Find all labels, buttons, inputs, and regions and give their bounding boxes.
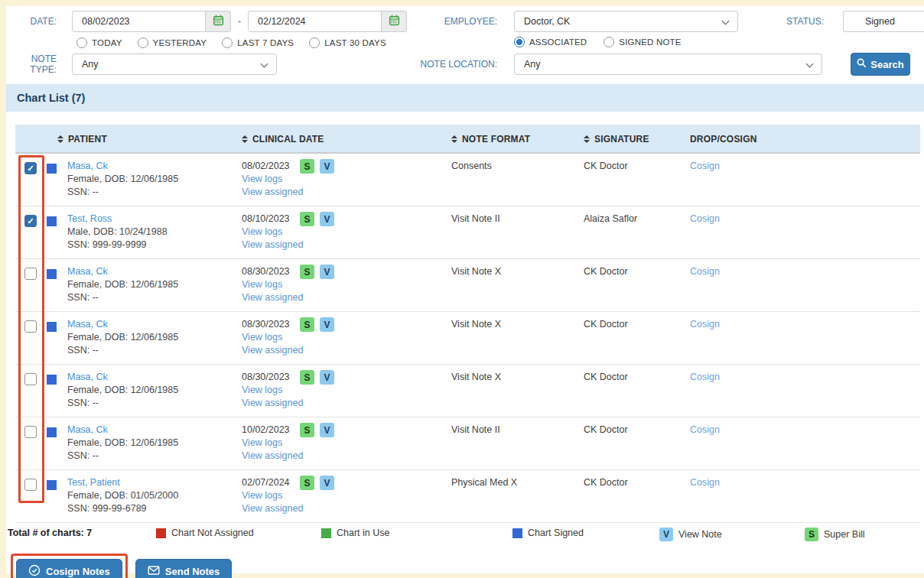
view-logs-link[interactable]: View logs xyxy=(242,332,282,343)
radio-last-30-days[interactable]: LAST 30 DAYS xyxy=(309,37,386,48)
view-logs-link[interactable]: View logs xyxy=(242,279,282,290)
patient-name-link[interactable]: Masa, Ck xyxy=(67,161,108,171)
date-to-calendar-button[interactable] xyxy=(382,11,407,32)
view-assigned-link[interactable]: View assigned xyxy=(242,187,303,197)
row-checkbox[interactable] xyxy=(24,215,37,227)
legend-chart-not-assigned: Chart Not Assigned xyxy=(156,528,254,538)
patient-demographics: Male, DOB: 10/24/1988 xyxy=(67,226,168,237)
status-input[interactable]: Signed xyxy=(843,11,924,32)
table-header-row: PATIENT CLINICAL DATE NOTE FORMAT SIGNAT… xyxy=(15,125,920,154)
view-assigned-link[interactable]: View assigned xyxy=(242,450,303,461)
chevron-down-icon xyxy=(722,18,730,25)
view-logs-link[interactable]: View logs xyxy=(242,174,282,184)
view-note-badge[interactable]: V xyxy=(320,370,334,385)
search-button-label: Search xyxy=(870,59,903,70)
radio-associated[interactable]: ASSOCIATED xyxy=(514,37,587,47)
search-button[interactable]: Search xyxy=(851,53,910,76)
cosign-link[interactable]: Cosign xyxy=(690,266,720,277)
note-location-select[interactable]: Any xyxy=(514,54,822,75)
chart-signed-square-icon xyxy=(47,427,57,437)
patient-name-link[interactable]: Masa, Ck xyxy=(67,266,108,277)
patient-demographics: Female, DOB: 12/06/1985 xyxy=(67,437,178,448)
total-charts-label: Total # of charts: 7 xyxy=(8,528,92,538)
super-bill-badge[interactable]: S xyxy=(300,317,314,332)
patient-name-link[interactable]: Masa, Ck xyxy=(67,372,108,382)
super-bill-badge[interactable]: S xyxy=(300,423,314,437)
note-type-label: NOTE TYPE: xyxy=(6,54,57,75)
view-assigned-link[interactable]: View assigned xyxy=(242,239,303,250)
view-assigned-link[interactable]: View assigned xyxy=(242,398,303,408)
row-checkbox[interactable] xyxy=(24,426,37,438)
view-note-badge[interactable]: V xyxy=(320,159,334,174)
note-format: Visit Note X xyxy=(451,319,501,330)
sort-icon xyxy=(451,135,457,143)
date-from-input[interactable]: 08/02/2023 xyxy=(72,11,206,32)
send-notes-button[interactable]: Send Notes xyxy=(135,559,233,578)
view-note-badge[interactable]: V xyxy=(320,212,334,226)
column-header-note-format[interactable]: NOTE FORMAT xyxy=(451,125,530,154)
column-header-signature[interactable]: SIGNATURE xyxy=(584,125,649,154)
super-bill-badge[interactable]: S xyxy=(300,476,314,490)
column-header-patient[interactable]: PATIENT xyxy=(57,125,107,154)
patient-name-link[interactable]: Masa, Ck xyxy=(67,424,108,435)
row-checkbox[interactable] xyxy=(24,320,37,333)
radio-yesterday[interactable]: YESTERDAY xyxy=(138,37,207,48)
view-assigned-link[interactable]: View assigned xyxy=(242,345,303,356)
super-bill-badge[interactable]: S xyxy=(300,212,314,226)
row-checkbox[interactable] xyxy=(24,268,37,280)
radio-last-7-days[interactable]: LAST 7 DAYS xyxy=(222,37,294,48)
note-type-select[interactable]: Any xyxy=(72,54,277,75)
clinical-date: 10/02/2023 xyxy=(242,424,290,435)
row-checkbox[interactable] xyxy=(24,479,37,491)
radio-icon xyxy=(222,37,233,48)
clinical-date: 08/30/2023 xyxy=(242,266,290,277)
chart-signed-square-icon xyxy=(47,164,57,174)
view-logs-link[interactable]: View logs xyxy=(242,490,282,501)
cosign-button-annotation-rectangle: Cosign Notes xyxy=(11,554,128,578)
patient-name-link[interactable]: Masa, Ck xyxy=(67,319,108,330)
status-label: STATUS: xyxy=(775,16,824,27)
chart-signed-square-icon xyxy=(47,480,57,490)
column-header-patient-label: PATIENT xyxy=(68,134,107,144)
radio-icon xyxy=(604,37,614,47)
cosign-link[interactable]: Cosign xyxy=(690,319,720,330)
view-note-badge[interactable]: V xyxy=(320,476,334,490)
row-checkbox[interactable] xyxy=(24,373,37,385)
view-logs-link[interactable]: View logs xyxy=(242,437,282,448)
chart-signed-square-icon xyxy=(47,216,57,226)
cosign-link[interactable]: Cosign xyxy=(690,161,720,171)
patient-demographics: Female, DOB: 12/06/1985 xyxy=(67,174,178,184)
employee-select[interactable]: Doctor, CK xyxy=(514,11,738,32)
note-format: Physical Med X xyxy=(451,477,517,488)
red-square-icon xyxy=(156,528,166,538)
cosign-link[interactable]: Cosign xyxy=(690,424,720,435)
view-logs-link[interactable]: View logs xyxy=(242,226,282,237)
radio-today[interactable]: TODAY xyxy=(76,37,122,48)
clinical-date: 08/30/2023 xyxy=(242,372,290,382)
super-bill-badge[interactable]: S xyxy=(300,265,314,279)
date-from-calendar-button[interactable] xyxy=(206,11,231,32)
patient-name-link[interactable]: Test, Patient xyxy=(67,477,120,488)
view-logs-link[interactable]: View logs xyxy=(242,385,282,395)
legend-super-bill: S Super Bill xyxy=(805,528,865,541)
date-to-input[interactable]: 02/12/2024 xyxy=(248,11,382,32)
cosign-link[interactable]: Cosign xyxy=(690,213,720,224)
radio-signed-note[interactable]: SIGNED NOTE xyxy=(604,37,681,47)
column-header-clinical-date[interactable]: CLINICAL DATE xyxy=(242,125,324,154)
view-assigned-link[interactable]: View assigned xyxy=(242,503,303,514)
view-note-badge[interactable]: V xyxy=(320,423,334,437)
view-assigned-link[interactable]: View assigned xyxy=(242,292,303,303)
super-bill-badge[interactable]: S xyxy=(300,370,314,385)
patient-name-link[interactable]: Test, Ross xyxy=(67,213,112,224)
view-note-badge[interactable]: V xyxy=(320,265,334,279)
cosign-notes-button[interactable]: Cosign Notes xyxy=(16,559,122,578)
actions-row: Cosign Notes Send Notes xyxy=(11,554,924,578)
cosign-link[interactable]: Cosign xyxy=(690,477,720,488)
super-bill-badge[interactable]: S xyxy=(300,159,314,174)
legend-chart-not-assigned-label: Chart Not Assigned xyxy=(171,528,254,538)
blue-square-icon xyxy=(512,528,522,538)
cosign-link[interactable]: Cosign xyxy=(690,372,720,382)
row-checkbox[interactable] xyxy=(24,162,37,174)
signature: CK Doctor xyxy=(584,161,628,171)
view-note-badge[interactable]: V xyxy=(320,317,334,332)
